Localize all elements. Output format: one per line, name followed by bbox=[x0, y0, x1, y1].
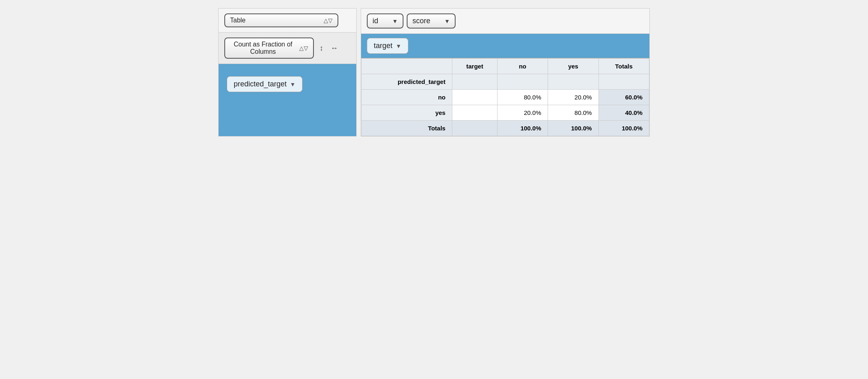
right-blue-row: target ▼ bbox=[361, 34, 649, 58]
id-caret: ▼ bbox=[392, 18, 398, 24]
empty-cell-4 bbox=[598, 74, 649, 90]
target-caret: ▼ bbox=[396, 43, 401, 49]
score-label: score bbox=[412, 17, 430, 25]
confusion-matrix-table: target no yes Totals predicted_target bbox=[361, 58, 649, 136]
right-panel: id ▼ score ▼ target ▼ targe bbox=[361, 8, 650, 137]
cell-yes-yes: 80.0% bbox=[548, 105, 598, 121]
table-row: yes 20.0% 80.0% 40.0% bbox=[362, 105, 649, 121]
table-header-row: target no yes Totals bbox=[362, 59, 649, 74]
row-label-no: no bbox=[362, 90, 452, 105]
target-dropdown-button[interactable]: target ▼ bbox=[367, 38, 408, 54]
cell-yes-no: 20.0% bbox=[497, 105, 548, 121]
main-container: Table △▽ Count as Fraction of Columns △▽… bbox=[218, 8, 650, 137]
empty-cell-no bbox=[452, 90, 498, 105]
no-col-header: no bbox=[497, 59, 548, 74]
sort-icon: ↕ bbox=[320, 44, 323, 52]
expand-icon: ↔ bbox=[331, 44, 338, 52]
target-header: target bbox=[452, 59, 498, 74]
id-label: id bbox=[373, 17, 378, 25]
cell-no-no: 80.0% bbox=[497, 90, 548, 105]
predicted-target-dropdown[interactable]: predicted_target ▼ bbox=[227, 76, 302, 92]
fraction-select-caret: △▽ bbox=[299, 45, 308, 51]
totals-col-header: Totals bbox=[598, 59, 649, 74]
left-panel: Table △▽ Count as Fraction of Columns △▽… bbox=[218, 8, 357, 137]
sort-icon-button[interactable]: ↕ bbox=[318, 43, 325, 53]
empty-cell-yes bbox=[452, 105, 498, 121]
empty-cell-3 bbox=[548, 74, 598, 90]
left-blue-area: predicted_target ▼ bbox=[219, 64, 356, 136]
table-select-label: Table bbox=[230, 17, 245, 24]
empty-cell-1 bbox=[452, 74, 498, 90]
table-row: no 80.0% 20.0% 60.0% bbox=[362, 90, 649, 105]
subheader-row: predicted_target bbox=[362, 74, 649, 90]
right-top-row: id ▼ score ▼ bbox=[361, 9, 649, 34]
predicted-target-row-label: predicted_target bbox=[362, 74, 452, 90]
cell-no-yes: 20.0% bbox=[548, 90, 598, 105]
empty-cell-totals bbox=[452, 121, 498, 136]
corner-cell bbox=[362, 59, 452, 74]
cell-no-totals: 60.0% bbox=[598, 90, 649, 105]
cell-yes-totals: 40.0% bbox=[598, 105, 649, 121]
expand-icon-button[interactable]: ↔ bbox=[329, 43, 340, 53]
target-label: target bbox=[374, 42, 392, 50]
row-label-yes: yes bbox=[362, 105, 452, 121]
table-select-caret: △▽ bbox=[324, 17, 333, 24]
id-dropdown-button[interactable]: id ▼ bbox=[367, 13, 403, 29]
fraction-select-label: Count as Fraction of Columns bbox=[230, 41, 296, 55]
table-row-totals: Totals 100.0% 100.0% 100.0% bbox=[362, 121, 649, 136]
predicted-target-label: predicted_target bbox=[234, 80, 287, 88]
fraction-select-button[interactable]: Count as Fraction of Columns △▽ bbox=[224, 37, 314, 59]
empty-cell-2 bbox=[497, 74, 548, 90]
row-label-totals: Totals bbox=[362, 121, 452, 136]
left-top-row: Table △▽ bbox=[219, 9, 356, 33]
cell-totals-yes: 100.0% bbox=[548, 121, 598, 136]
score-dropdown-button[interactable]: score ▼ bbox=[407, 13, 456, 29]
left-middle-row: Count as Fraction of Columns △▽ ↕ ↔ bbox=[219, 33, 356, 64]
cell-totals-totals: 100.0% bbox=[598, 121, 649, 136]
cell-totals-no: 100.0% bbox=[497, 121, 548, 136]
score-caret: ▼ bbox=[444, 18, 450, 24]
predicted-target-caret: ▼ bbox=[290, 81, 296, 88]
right-table-area: target no yes Totals predicted_target bbox=[361, 58, 649, 136]
yes-col-header: yes bbox=[548, 59, 598, 74]
table-select-button[interactable]: Table △▽ bbox=[224, 13, 338, 27]
